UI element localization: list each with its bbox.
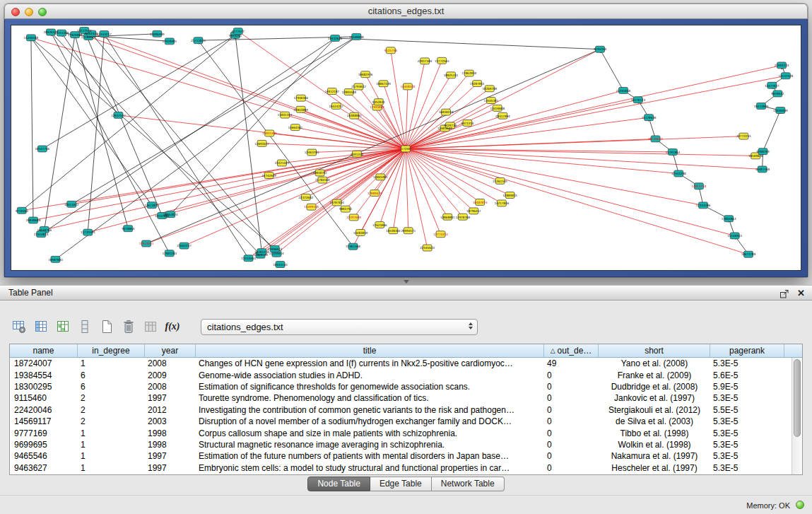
cell-out-degree[interactable]: 0	[544, 393, 599, 403]
cell-title[interactable]: Disruption of a novel member of a sodium…	[196, 416, 544, 426]
column-header-in-degree[interactable]: in_degree	[78, 344, 145, 357]
cell-short[interactable]: Tibbo et al. (1998)	[599, 428, 710, 438]
row-height-icon[interactable]	[76, 317, 94, 336]
table-selector-combo[interactable]: citations_edges.txt	[201, 319, 478, 335]
cell-in-degree[interactable]: 1	[78, 440, 145, 450]
cell-short[interactable]: Yano et al. (2008)	[599, 358, 710, 368]
cell-name[interactable]: 9463627	[10, 463, 78, 473]
tab-node-table[interactable]: Node Table	[307, 477, 370, 491]
function-builder-icon[interactable]: f(x)	[163, 317, 182, 336]
cell-title[interactable]: Structural magnetic resonance image aver…	[196, 440, 544, 450]
cell-short[interactable]: Wolkin et al. (1998)	[599, 440, 710, 450]
cell-pagerank[interactable]: 5.5E-5	[710, 405, 784, 415]
column-header-out-degree[interactable]: △out_de…	[544, 344, 599, 357]
column-header-title[interactable]: title	[196, 344, 544, 357]
table-row[interactable]: 1830029562008Estimation of significance …	[10, 381, 792, 392]
column-header-year[interactable]: year	[145, 344, 196, 357]
cell-out-degree[interactable]: 0	[544, 370, 599, 380]
cell-title[interactable]: Corpus callosum shape and size in male p…	[196, 428, 544, 438]
table-row[interactable]: 1872400712008Changes of HCN gene express…	[10, 358, 792, 369]
table-row[interactable]: 946362711997Embryonic stem cells: a mode…	[10, 462, 792, 474]
cell-short[interactable]: Nakamura et al. (1997)	[599, 451, 710, 461]
network-graph[interactable]: 2126155513809815142178461648787410796457…	[11, 25, 801, 270]
cell-year[interactable]: 1998	[145, 428, 196, 438]
cell-title[interactable]: Changes of HCN gene expression and I(f) …	[196, 358, 544, 368]
cell-year[interactable]: 2008	[145, 358, 196, 368]
network-canvas[interactable]: 2126155513809815142178461648787410796457…	[11, 25, 801, 271]
cell-year[interactable]: 1998	[145, 440, 196, 450]
cell-title[interactable]: Tourette syndrome. Phenomenology and cla…	[196, 393, 544, 403]
cell-pagerank[interactable]: 5.6E-5	[710, 370, 784, 380]
cell-in-degree[interactable]: 1	[78, 358, 145, 368]
column-header-short[interactable]: short	[599, 344, 710, 357]
table-row[interactable]: 1938455462009Genome-wide association stu…	[10, 369, 792, 380]
cell-in-degree[interactable]: 2	[78, 416, 145, 426]
cell-pagerank[interactable]: 5.3E-5	[710, 440, 784, 450]
cell-in-degree[interactable]: 1	[78, 451, 145, 461]
cell-name[interactable]: 9465546	[10, 451, 78, 461]
cell-pagerank[interactable]: 5.9E-5	[710, 382, 784, 392]
cell-in-degree[interactable]: 6	[78, 382, 145, 392]
cell-short[interactable]: Jankovic et al. (1997)	[599, 393, 710, 403]
tab-network-table[interactable]: Network Table	[432, 477, 505, 491]
close-button[interactable]	[11, 8, 20, 16]
cell-pagerank[interactable]: 5.3E-5	[710, 428, 784, 438]
cell-out-degree[interactable]: 0	[544, 451, 599, 461]
close-panel-icon[interactable]: ✕	[797, 288, 805, 298]
column-header-name[interactable]: name	[10, 344, 78, 357]
cell-in-degree[interactable]: 1	[78, 463, 145, 473]
cell-year[interactable]: 1997	[145, 393, 196, 403]
cell-out-degree[interactable]: 0	[544, 405, 599, 415]
scrollbar-thumb[interactable]	[794, 359, 801, 437]
cell-short[interactable]: Hescheler et al. (1997)	[599, 463, 710, 473]
cell-title[interactable]: Genome-wide association studies in ADHD.	[196, 370, 544, 380]
table-row[interactable]: 2242004622012Investigating the contribut…	[10, 404, 792, 416]
cell-in-degree[interactable]: 2	[78, 405, 145, 415]
cell-in-degree[interactable]: 6	[78, 370, 145, 380]
cell-short[interactable]: Franke et al. (2009)	[599, 370, 710, 380]
window-titlebar[interactable]: citations_edges.txt	[4, 4, 808, 19]
splitter-handle-icon[interactable]	[404, 280, 409, 284]
cell-out-degree[interactable]: 0	[544, 428, 599, 438]
cell-out-degree[interactable]: 49	[544, 358, 599, 368]
cell-name[interactable]: 9699695	[10, 440, 78, 450]
table-row[interactable]: 969969511998Structural magnetic resonanc…	[10, 439, 792, 450]
cell-pagerank[interactable]: 5.3E-5	[710, 416, 784, 426]
cell-in-degree[interactable]: 1	[78, 428, 145, 438]
cell-pagerank[interactable]: 5.3E-5	[710, 451, 784, 461]
cell-title[interactable]: Embryonic stem cells: a model to study s…	[196, 463, 544, 473]
cell-name[interactable]: 9777169	[10, 428, 78, 438]
cell-out-degree[interactable]: 0	[544, 440, 599, 450]
cell-year[interactable]: 1997	[145, 451, 196, 461]
cell-out-degree[interactable]: 0	[544, 463, 599, 473]
column-header-pagerank[interactable]: pagerank	[710, 344, 784, 357]
zoom-button[interactable]	[38, 8, 47, 16]
cell-title[interactable]: Estimation of the future numbers of pati…	[196, 451, 544, 461]
import-table-icon[interactable]	[141, 317, 160, 336]
cell-out-degree[interactable]: 0	[544, 416, 599, 426]
table-scrollbar[interactable]	[792, 358, 802, 474]
panel-splitter[interactable]	[0, 277, 812, 285]
cell-name[interactable]: 14569117	[10, 416, 78, 426]
cell-pagerank[interactable]: 5.3E-5	[710, 393, 784, 403]
cell-name[interactable]: 18724007	[10, 358, 78, 368]
cell-out-degree[interactable]: 0	[544, 382, 599, 392]
delete-table-icon[interactable]	[119, 317, 138, 336]
table-mode-icon[interactable]	[10, 317, 28, 336]
cell-year[interactable]: 2008	[145, 382, 196, 392]
cell-name[interactable]: 9115460	[10, 393, 78, 403]
cell-year[interactable]: 2009	[145, 370, 196, 380]
cell-year[interactable]: 2012	[145, 405, 196, 415]
cell-short[interactable]: Stergiakouli et al. (2012)	[599, 405, 710, 415]
table-row[interactable]: 1456911722003Disruption of a novel membe…	[10, 416, 792, 427]
tab-edge-table[interactable]: Edge Table	[370, 477, 432, 491]
new-table-icon[interactable]	[98, 317, 116, 336]
cell-name[interactable]: 22420046	[10, 405, 78, 415]
table-row[interactable]: 911546021997Tourette syndrome. Phenomeno…	[10, 392, 792, 404]
cell-year[interactable]: 1997	[145, 463, 196, 473]
cell-pagerank[interactable]: 5.3E-5	[710, 463, 784, 473]
cell-year[interactable]: 2003	[145, 416, 196, 426]
float-panel-icon[interactable]	[779, 289, 789, 298]
cell-title[interactable]: Estimation of significance thresholds fo…	[196, 382, 544, 392]
edit-table-icon[interactable]	[54, 317, 72, 336]
